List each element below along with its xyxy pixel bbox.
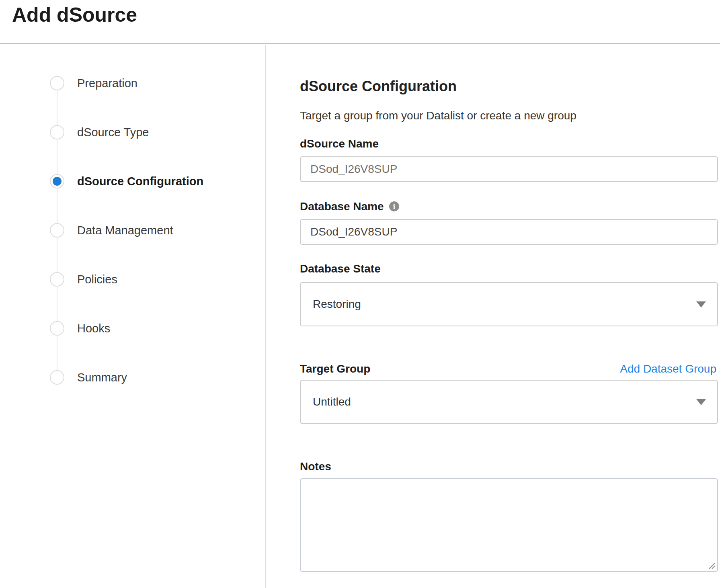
step-circle-icon bbox=[50, 125, 64, 139]
step-circle-icon bbox=[50, 321, 64, 336]
stepper: Preparation dSource Type dSource Configu… bbox=[0, 59, 266, 402]
section-subheading: Target a group from your Datalist or cre… bbox=[300, 109, 576, 122]
step-circle-active-icon bbox=[50, 174, 64, 188]
step-circle-icon bbox=[50, 223, 64, 238]
step-label: Summary bbox=[77, 371, 127, 384]
step-policies[interactable]: Policies bbox=[0, 255, 266, 304]
target-group-selected-value: Untitled bbox=[313, 395, 351, 408]
dsource-configuration-panel: dSource Configuration Target a group fro… bbox=[267, 45, 720, 588]
database-state-select[interactable]: Restoring bbox=[300, 282, 718, 326]
step-hooks[interactable]: Hooks bbox=[0, 304, 266, 353]
step-circle-icon bbox=[50, 370, 64, 385]
database-name-input[interactable] bbox=[300, 219, 718, 245]
step-label: dSource Configuration bbox=[77, 175, 203, 188]
step-label: Hooks bbox=[77, 322, 110, 335]
step-dsource-type[interactable]: dSource Type bbox=[0, 108, 266, 157]
wizard-stepper-panel: Preparation dSource Type dSource Configu… bbox=[0, 45, 266, 588]
page-title: Add dSource bbox=[12, 3, 137, 27]
add-dataset-group-link[interactable]: Add Dataset Group bbox=[620, 363, 716, 375]
target-group-select[interactable]: Untitled bbox=[300, 380, 718, 424]
notes-textarea[interactable] bbox=[300, 478, 718, 572]
chevron-down-icon bbox=[696, 399, 706, 405]
notes-label: Notes bbox=[300, 460, 331, 473]
wizard-header: Add dSource bbox=[0, 0, 720, 44]
chevron-down-icon bbox=[696, 301, 706, 307]
step-label: Data Management bbox=[77, 224, 173, 237]
step-label: Preparation bbox=[77, 77, 137, 90]
info-icon[interactable]: i bbox=[389, 201, 399, 211]
step-label: dSource Type bbox=[77, 126, 149, 139]
step-circle-icon bbox=[50, 76, 64, 90]
step-data-management[interactable]: Data Management bbox=[0, 206, 266, 255]
dsource-name-label: dSource Name bbox=[300, 137, 379, 150]
dsource-name-input[interactable] bbox=[300, 156, 718, 182]
database-state-label: Database State bbox=[300, 262, 381, 275]
step-label: Policies bbox=[77, 273, 117, 286]
section-heading: dSource Configuration bbox=[300, 78, 457, 95]
database-state-selected-value: Restoring bbox=[313, 298, 361, 311]
target-group-label: Target Group bbox=[300, 363, 370, 375]
step-summary[interactable]: Summary bbox=[0, 353, 266, 402]
step-dsource-configuration[interactable]: dSource Configuration bbox=[0, 157, 266, 206]
step-circle-icon bbox=[50, 272, 64, 287]
database-name-label: Database Name bbox=[300, 200, 384, 213]
step-preparation[interactable]: Preparation bbox=[0, 59, 266, 108]
